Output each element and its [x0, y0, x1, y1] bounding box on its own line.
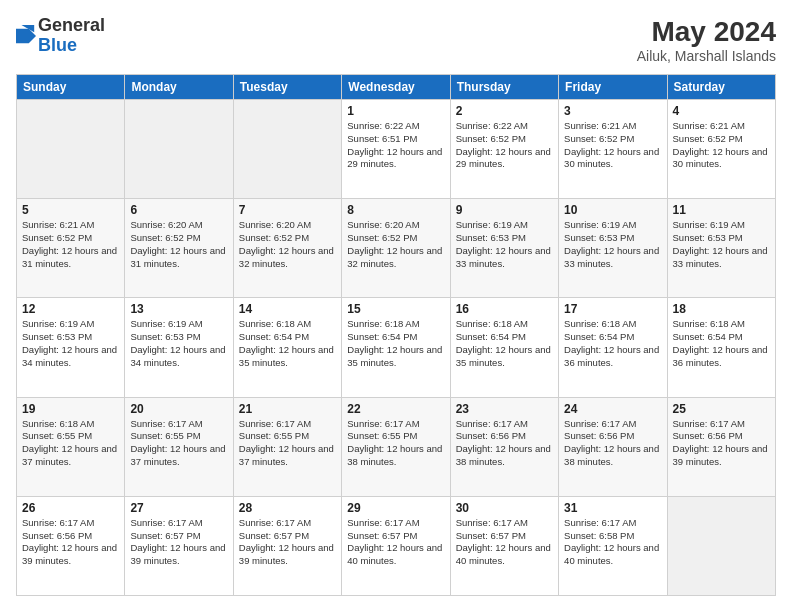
day-info: Sunrise: 6:20 AMSunset: 6:52 PMDaylight:…: [130, 219, 227, 270]
day-info: Sunrise: 6:18 AMSunset: 6:54 PMDaylight:…: [673, 318, 770, 369]
calendar-cell: 28Sunrise: 6:17 AMSunset: 6:57 PMDayligh…: [233, 496, 341, 595]
day-info: Sunrise: 6:21 AMSunset: 6:52 PMDaylight:…: [22, 219, 119, 270]
day-info: Sunrise: 6:19 AMSunset: 6:53 PMDaylight:…: [673, 219, 770, 270]
calendar-cell: 23Sunrise: 6:17 AMSunset: 6:56 PMDayligh…: [450, 397, 558, 496]
calendar-cell: 17Sunrise: 6:18 AMSunset: 6:54 PMDayligh…: [559, 298, 667, 397]
calendar-cell: 11Sunrise: 6:19 AMSunset: 6:53 PMDayligh…: [667, 199, 775, 298]
day-number: 20: [130, 402, 227, 416]
calendar-cell: 9Sunrise: 6:19 AMSunset: 6:53 PMDaylight…: [450, 199, 558, 298]
weekday-header-thursday: Thursday: [450, 75, 558, 100]
day-info: Sunrise: 6:20 AMSunset: 6:52 PMDaylight:…: [239, 219, 336, 270]
weekday-header-friday: Friday: [559, 75, 667, 100]
calendar-cell: 3Sunrise: 6:21 AMSunset: 6:52 PMDaylight…: [559, 100, 667, 199]
day-info: Sunrise: 6:19 AMSunset: 6:53 PMDaylight:…: [456, 219, 553, 270]
calendar-cell: 16Sunrise: 6:18 AMSunset: 6:54 PMDayligh…: [450, 298, 558, 397]
day-number: 23: [456, 402, 553, 416]
weekday-header-wednesday: Wednesday: [342, 75, 450, 100]
month-title: May 2024: [637, 16, 776, 48]
day-number: 4: [673, 104, 770, 118]
day-info: Sunrise: 6:17 AMSunset: 6:56 PMDaylight:…: [673, 418, 770, 469]
calendar-cell: 18Sunrise: 6:18 AMSunset: 6:54 PMDayligh…: [667, 298, 775, 397]
day-info: Sunrise: 6:18 AMSunset: 6:55 PMDaylight:…: [22, 418, 119, 469]
calendar-cell: 24Sunrise: 6:17 AMSunset: 6:56 PMDayligh…: [559, 397, 667, 496]
day-number: 18: [673, 302, 770, 316]
day-info: Sunrise: 6:17 AMSunset: 6:57 PMDaylight:…: [347, 517, 444, 568]
day-info: Sunrise: 6:19 AMSunset: 6:53 PMDaylight:…: [564, 219, 661, 270]
header: General Blue May 2024 Ailuk, Marshall Is…: [16, 16, 776, 64]
calendar-cell: [667, 496, 775, 595]
day-info: Sunrise: 6:17 AMSunset: 6:57 PMDaylight:…: [456, 517, 553, 568]
day-number: 27: [130, 501, 227, 515]
day-number: 15: [347, 302, 444, 316]
day-info: Sunrise: 6:17 AMSunset: 6:57 PMDaylight:…: [130, 517, 227, 568]
day-info: Sunrise: 6:18 AMSunset: 6:54 PMDaylight:…: [564, 318, 661, 369]
logo-blue-text: Blue: [38, 36, 105, 56]
day-number: 1: [347, 104, 444, 118]
day-number: 25: [673, 402, 770, 416]
weekday-header-monday: Monday: [125, 75, 233, 100]
day-info: Sunrise: 6:21 AMSunset: 6:52 PMDaylight:…: [564, 120, 661, 171]
day-info: Sunrise: 6:19 AMSunset: 6:53 PMDaylight:…: [130, 318, 227, 369]
calendar-cell: 13Sunrise: 6:19 AMSunset: 6:53 PMDayligh…: [125, 298, 233, 397]
day-info: Sunrise: 6:18 AMSunset: 6:54 PMDaylight:…: [239, 318, 336, 369]
day-number: 24: [564, 402, 661, 416]
calendar-cell: 10Sunrise: 6:19 AMSunset: 6:53 PMDayligh…: [559, 199, 667, 298]
day-number: 17: [564, 302, 661, 316]
day-number: 21: [239, 402, 336, 416]
day-number: 22: [347, 402, 444, 416]
calendar-cell: 4Sunrise: 6:21 AMSunset: 6:52 PMDaylight…: [667, 100, 775, 199]
calendar: SundayMondayTuesdayWednesdayThursdayFrid…: [16, 74, 776, 596]
day-info: Sunrise: 6:17 AMSunset: 6:57 PMDaylight:…: [239, 517, 336, 568]
location: Ailuk, Marshall Islands: [637, 48, 776, 64]
calendar-cell: [17, 100, 125, 199]
day-info: Sunrise: 6:18 AMSunset: 6:54 PMDaylight:…: [456, 318, 553, 369]
day-info: Sunrise: 6:17 AMSunset: 6:55 PMDaylight:…: [347, 418, 444, 469]
logo-icon: [16, 25, 36, 47]
day-number: 8: [347, 203, 444, 217]
logo-general-text: General: [38, 16, 105, 36]
day-info: Sunrise: 6:22 AMSunset: 6:51 PMDaylight:…: [347, 120, 444, 171]
day-number: 31: [564, 501, 661, 515]
day-info: Sunrise: 6:17 AMSunset: 6:58 PMDaylight:…: [564, 517, 661, 568]
day-info: Sunrise: 6:21 AMSunset: 6:52 PMDaylight:…: [673, 120, 770, 171]
day-number: 6: [130, 203, 227, 217]
calendar-cell: 25Sunrise: 6:17 AMSunset: 6:56 PMDayligh…: [667, 397, 775, 496]
calendar-cell: 19Sunrise: 6:18 AMSunset: 6:55 PMDayligh…: [17, 397, 125, 496]
logo: General Blue: [16, 16, 105, 56]
day-info: Sunrise: 6:17 AMSunset: 6:56 PMDaylight:…: [456, 418, 553, 469]
calendar-cell: 14Sunrise: 6:18 AMSunset: 6:54 PMDayligh…: [233, 298, 341, 397]
calendar-cell: 29Sunrise: 6:17 AMSunset: 6:57 PMDayligh…: [342, 496, 450, 595]
calendar-cell: 27Sunrise: 6:17 AMSunset: 6:57 PMDayligh…: [125, 496, 233, 595]
day-info: Sunrise: 6:17 AMSunset: 6:56 PMDaylight:…: [564, 418, 661, 469]
day-info: Sunrise: 6:18 AMSunset: 6:54 PMDaylight:…: [347, 318, 444, 369]
day-info: Sunrise: 6:17 AMSunset: 6:55 PMDaylight:…: [130, 418, 227, 469]
calendar-cell: 12Sunrise: 6:19 AMSunset: 6:53 PMDayligh…: [17, 298, 125, 397]
calendar-cell: 26Sunrise: 6:17 AMSunset: 6:56 PMDayligh…: [17, 496, 125, 595]
calendar-cell: 30Sunrise: 6:17 AMSunset: 6:57 PMDayligh…: [450, 496, 558, 595]
day-info: Sunrise: 6:22 AMSunset: 6:52 PMDaylight:…: [456, 120, 553, 171]
day-number: 12: [22, 302, 119, 316]
day-number: 19: [22, 402, 119, 416]
day-number: 28: [239, 501, 336, 515]
calendar-cell: 5Sunrise: 6:21 AMSunset: 6:52 PMDaylight…: [17, 199, 125, 298]
calendar-cell: 21Sunrise: 6:17 AMSunset: 6:55 PMDayligh…: [233, 397, 341, 496]
day-info: Sunrise: 6:17 AMSunset: 6:55 PMDaylight:…: [239, 418, 336, 469]
day-number: 29: [347, 501, 444, 515]
day-number: 2: [456, 104, 553, 118]
day-number: 9: [456, 203, 553, 217]
calendar-cell: 15Sunrise: 6:18 AMSunset: 6:54 PMDayligh…: [342, 298, 450, 397]
day-number: 3: [564, 104, 661, 118]
calendar-cell: 6Sunrise: 6:20 AMSunset: 6:52 PMDaylight…: [125, 199, 233, 298]
calendar-cell: 2Sunrise: 6:22 AMSunset: 6:52 PMDaylight…: [450, 100, 558, 199]
calendar-cell: 31Sunrise: 6:17 AMSunset: 6:58 PMDayligh…: [559, 496, 667, 595]
day-number: 26: [22, 501, 119, 515]
calendar-cell: 22Sunrise: 6:17 AMSunset: 6:55 PMDayligh…: [342, 397, 450, 496]
weekday-header-tuesday: Tuesday: [233, 75, 341, 100]
day-number: 5: [22, 203, 119, 217]
weekday-header-saturday: Saturday: [667, 75, 775, 100]
day-info: Sunrise: 6:17 AMSunset: 6:56 PMDaylight:…: [22, 517, 119, 568]
calendar-cell: [233, 100, 341, 199]
header-right: May 2024 Ailuk, Marshall Islands: [637, 16, 776, 64]
day-number: 13: [130, 302, 227, 316]
weekday-header-sunday: Sunday: [17, 75, 125, 100]
